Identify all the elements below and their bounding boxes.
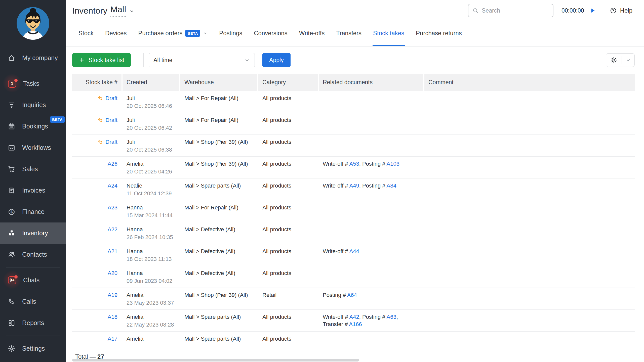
sidebar-item-inquiries[interactable]: Inquiries: [0, 94, 66, 116]
related-doc-link[interactable]: A166: [349, 321, 362, 327]
warehouse-cell: Mall > Spare parts (All): [180, 178, 257, 200]
created-cell: Amelia23 May 2023 03:37: [123, 288, 179, 309]
related-doc-link[interactable]: A63: [387, 314, 396, 320]
stock-take-link[interactable]: A17: [108, 335, 117, 342]
tab-purchase-orders[interactable]: Purchase ordersBETA: [138, 21, 208, 46]
chevron-down-icon[interactable]: [622, 57, 634, 63]
avatar[interactable]: [17, 7, 49, 40]
stock-take-link[interactable]: A19: [108, 291, 117, 299]
sidebar-item-finance[interactable]: $Finance: [0, 201, 66, 222]
sidebar-item-invoices[interactable]: Invoices: [0, 180, 66, 201]
table-row[interactable]: A19Amelia23 May 2023 03:37Mall > Shop (P…: [72, 288, 635, 310]
warehouse-cell: Mall > Defective (All): [180, 222, 257, 244]
stock-take-link[interactable]: A22: [108, 226, 117, 233]
tab-stock[interactable]: Stock: [78, 21, 94, 46]
tab-write-offs[interactable]: Write-offs: [299, 21, 325, 46]
sidebar: My company1TasksInquiriesBookingsBETAWor…: [0, 0, 66, 362]
horizontal-scrollbar[interactable]: [72, 359, 359, 361]
sidebar-item-settings[interactable]: Settings: [0, 338, 66, 359]
stock-take-link[interactable]: A23: [108, 204, 117, 211]
sidebar-item-sales[interactable]: Sales: [0, 158, 66, 180]
stock-take-link[interactable]: A24: [108, 182, 117, 189]
gear-icon[interactable]: [606, 56, 622, 64]
period-filter-select[interactable]: All time: [149, 53, 255, 67]
stock-take-link[interactable]: A20: [108, 269, 117, 277]
warehouse-cell: Mall > For Repair (All): [180, 91, 257, 113]
sidebar-item-calls[interactable]: Calls: [0, 291, 66, 312]
stock-take-link[interactable]: A18: [108, 313, 117, 321]
table-row[interactable]: A20Hanna09 Jun 2023 04:02Mall > Defectiv…: [72, 266, 635, 288]
related-doc-link[interactable]: A84: [387, 183, 396, 189]
category-cell: All products: [258, 332, 318, 347]
stock-take-id-cell: A23: [72, 200, 122, 222]
tab-devices[interactable]: Devices: [105, 21, 127, 46]
table-row[interactable]: A21Hanna18 Oct 2023 11:13Mall > Defectiv…: [72, 244, 635, 266]
sidebar-item-tasks[interactable]: 1Tasks: [0, 73, 66, 94]
category-cell: Retail: [258, 288, 318, 309]
play-icon[interactable]: [590, 7, 596, 14]
stock-take-link[interactable]: Draft: [105, 95, 117, 102]
related-doc-link[interactable]: A64: [347, 292, 357, 298]
created-by: Amelia: [127, 313, 175, 321]
stock-take-link[interactable]: Draft: [105, 138, 117, 146]
created-by: Hanna: [127, 269, 175, 277]
sidebar-item-label: Workflows: [22, 144, 51, 151]
search-box[interactable]: [468, 4, 553, 17]
created-by: Juli: [127, 116, 175, 124]
created-date: 26 Feb 2024 10:35: [127, 234, 175, 241]
tab-purchase-returns[interactable]: Purchase returns: [415, 21, 462, 46]
stock-take-link[interactable]: A26: [108, 160, 117, 167]
table-row[interactable]: DraftJuli20 Oct 2025 06:46Mall > For Rep…: [72, 91, 635, 113]
table-settings-button[interactable]: [606, 53, 635, 67]
warehouse-cell: Mall > Shop (Pier 39) (All): [180, 157, 257, 178]
stock-take-id-cell: A22: [72, 222, 122, 244]
table-row[interactable]: A24Nealie11 Oct 2024 12:39Mall > Spare p…: [72, 178, 635, 200]
table-row[interactable]: DraftJuli20 Oct 2025 06:38Mall > Shop (P…: [72, 135, 635, 157]
table-row[interactable]: A26Amelia20 Oct 2025 04:26Mall > Shop (P…: [72, 157, 635, 178]
sidebar-item-chats[interactable]: 9+Chats: [0, 269, 66, 291]
stock-take-id-cell: Draft: [72, 91, 122, 113]
sidebar-item-label: Contacts: [22, 251, 47, 258]
table-row[interactable]: DraftJuli20 Oct 2025 06:42Mall > For Rep…: [72, 113, 635, 135]
sidebar-item-contacts[interactable]: Contacts: [0, 244, 66, 265]
stock-take-link[interactable]: A21: [108, 248, 117, 255]
related-doc-link[interactable]: A49: [349, 183, 359, 189]
tab-stock-takes[interactable]: Stock takes: [373, 21, 405, 46]
related-documents-cell: [319, 200, 423, 222]
related-doc-link[interactable]: A53: [349, 161, 359, 167]
tab-postings[interactable]: Postings: [219, 21, 243, 46]
sidebar-item-bookings[interactable]: BookingsBETA: [0, 116, 66, 137]
related-doc-text: Write-off #: [323, 314, 349, 320]
table-row[interactable]: A22Hanna26 Feb 2024 10:35Mall > Defectiv…: [72, 222, 635, 244]
sidebar-item-reports[interactable]: Reports: [0, 312, 66, 334]
search-input[interactable]: [482, 7, 549, 14]
sidebar-item-label: Chats: [23, 277, 39, 284]
related-doc-link[interactable]: A103: [387, 161, 399, 167]
related-doc-link[interactable]: A42: [349, 314, 359, 320]
tab-transfers[interactable]: Transfers: [336, 21, 362, 46]
sidebar-item-inventory[interactable]: Inventory: [0, 222, 66, 244]
filter-row: Stock take list All time Apply: [72, 53, 635, 67]
tab-conversions[interactable]: Conversions: [253, 21, 288, 46]
warehouse-cell: Mall > For Repair (All): [180, 200, 257, 222]
chevron-down-icon[interactable]: [129, 8, 135, 14]
table-row[interactable]: A23Hanna15 Mar 2024 11:44Mall > For Repa…: [72, 200, 635, 222]
main-area: Inventory Mall 00:00:00: [66, 0, 644, 362]
stock-take-link[interactable]: Draft: [105, 116, 117, 124]
stock-take-id-cell: Draft: [72, 135, 122, 156]
workspace-selector[interactable]: Mall: [110, 5, 126, 17]
related-doc-link[interactable]: A44: [349, 248, 359, 254]
sidebar-item-my-company[interactable]: My company: [0, 47, 66, 69]
help-button[interactable]: Help: [610, 7, 632, 14]
table-row[interactable]: A18Amelia22 May 2023 08:28Mall > Spare p…: [72, 310, 635, 332]
stock-take-list-button[interactable]: Stock take list: [72, 53, 131, 67]
category-cell: All products: [258, 157, 318, 178]
table-row[interactable]: A17AmeliaMall > Spare parts (All)All pro…: [72, 332, 635, 347]
sidebar-item-workflows[interactable]: Workflows: [0, 137, 66, 158]
created-by: Hanna: [127, 248, 175, 255]
comment-cell: [424, 200, 635, 222]
apply-button[interactable]: Apply: [262, 53, 291, 67]
created-date: 20 Oct 2025 06:38: [127, 146, 175, 153]
sidebar-item-label: Finance: [22, 208, 45, 215]
beta-badge: BETA: [50, 116, 65, 123]
